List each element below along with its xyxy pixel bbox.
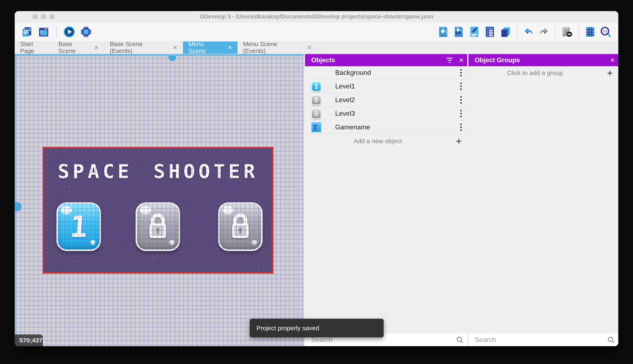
object-menu-icon[interactable]	[455, 95, 467, 105]
window-title: GDevelop 5 - /Users/dkarakay/Documents/G…	[15, 11, 618, 22]
tab-label: Base Scene (Events)	[110, 41, 166, 54]
scene-title-text: SPACE SHOOTER	[44, 160, 272, 183]
undo-icon[interactable]	[522, 25, 535, 38]
tab-label: Start Page	[20, 41, 47, 54]
vertical-scrollbar[interactable]	[15, 54, 16, 346]
object-name: Background	[335, 69, 455, 76]
toast-message: Project properly saved	[256, 324, 319, 332]
level2-button-locked[interactable]	[136, 202, 180, 251]
objects-panel: Objects ✕ Background 1 Level1 Level2	[305, 54, 467, 346]
close-tab-icon[interactable]: ✕	[173, 44, 177, 51]
redo-icon[interactable]	[538, 25, 550, 38]
level1-button[interactable]: 1	[57, 202, 101, 251]
level3-button-locked[interactable]	[218, 202, 262, 251]
scene-editor-canvas[interactable]: SPACE SHOOTER 1	[15, 54, 304, 346]
object-groups-panel-header: Object Groups ✕	[468, 54, 618, 66]
object-thumbnail	[311, 95, 321, 105]
lock-icon	[314, 110, 319, 117]
object-row-level1[interactable]: 1 Level1	[305, 80, 467, 93]
close-objects-panel-icon[interactable]: ✕	[455, 54, 467, 66]
gdevelop-window: GDevelop 5 - /Users/dkarakay/Documents/G…	[15, 11, 618, 346]
objects-panel-header: Objects ✕	[305, 54, 467, 66]
plus-icon[interactable]: +	[450, 136, 467, 147]
toolbar-separator	[517, 25, 517, 39]
object-menu-icon[interactable]	[455, 81, 467, 92]
object-row-level2[interactable]: Level2	[305, 94, 467, 107]
tab-base-scene-events[interactable]: Base Scene (Events) ✕	[104, 42, 183, 54]
object-groups-panel-title: Object Groups	[475, 56, 606, 64]
object-name: Level1	[335, 82, 455, 90]
tab-menu-scene[interactable]: Menu Scene ✕	[183, 42, 238, 54]
search-icon[interactable]	[604, 336, 618, 344]
svg-text:1:1: 1:1	[603, 30, 607, 33]
button-shine	[90, 240, 95, 245]
add-object-label: Add a new object	[305, 138, 450, 145]
close-tab-icon[interactable]: ✕	[94, 44, 99, 51]
add-group-label: Click to add a group	[468, 70, 601, 76]
save-toast: Project properly saved	[250, 319, 384, 337]
toolbar-separator	[555, 25, 556, 39]
titlebar: GDevelop 5 - /Users/dkarakay/Documents/G…	[15, 11, 618, 22]
tab-label: Base Scene	[58, 41, 87, 54]
tab-start-page[interactable]: Start Page	[15, 42, 53, 54]
toolbar-separator	[578, 25, 579, 39]
lock-icon	[314, 97, 319, 103]
objects-panel-title: Objects	[311, 56, 444, 64]
start-page-window-icon[interactable]	[37, 25, 50, 38]
object-row-level3[interactable]: Level3	[305, 107, 467, 120]
object-thumbnail: 1	[311, 81, 321, 92]
object-thumbnail	[311, 68, 321, 78]
object-row-gamename[interactable]: Tx Gamename	[305, 121, 467, 134]
toolbar-separator	[56, 25, 57, 39]
edit-scene-properties-icon[interactable]	[468, 25, 481, 38]
cursor-coordinates: 570;437	[15, 334, 43, 346]
close-tab-icon[interactable]: ✕	[227, 44, 232, 51]
object-row-background[interactable]: Background	[305, 66, 467, 80]
filter-icon[interactable]	[444, 54, 455, 66]
search-icon[interactable]	[453, 336, 467, 344]
add-group-row[interactable]: Click to add a group +	[468, 66, 618, 80]
debug-icon[interactable]	[80, 25, 92, 38]
horizontal-scroll-thumb[interactable]	[169, 56, 176, 61]
object-groups-panel: Object Groups ✕ Click to add a group +	[468, 54, 618, 346]
plus-icon[interactable]: +	[601, 67, 618, 79]
tab-label: Menu Scene	[188, 41, 220, 54]
scene-background-object[interactable]: SPACE SHOOTER 1	[43, 147, 273, 274]
object-name: Gamename	[335, 123, 455, 131]
toolbar: 1:1	[15, 22, 618, 41]
object-thumbnail	[311, 108, 321, 119]
lock-icon	[228, 212, 253, 241]
close-object-groups-panel-icon[interactable]: ✕	[606, 54, 618, 66]
tab-base-scene[interactable]: Base Scene ✕	[53, 42, 104, 54]
add-object-icon[interactable]	[437, 25, 450, 38]
close-tab-icon[interactable]: ✕	[307, 44, 312, 51]
object-menu-icon[interactable]	[455, 68, 467, 78]
lock-icon	[145, 212, 170, 241]
instances-list-icon[interactable]	[484, 25, 496, 38]
groups-search-bar	[468, 333, 618, 346]
tab-menu-scene-events[interactable]: Menu Scene (Events) ✕	[238, 42, 317, 54]
horizontal-scrollbar[interactable]	[15, 54, 304, 56]
vertical-scroll-thumb[interactable]	[15, 202, 22, 211]
play-preview-icon[interactable]	[63, 25, 76, 38]
button-shine	[61, 206, 72, 214]
object-name: Level3	[335, 110, 455, 118]
object-menu-icon[interactable]	[455, 122, 467, 132]
object-thumbnail: Tx	[311, 122, 321, 132]
groups-search-input[interactable]	[475, 336, 604, 344]
edit-object-groups-icon[interactable]	[453, 25, 465, 38]
object-name: Level2	[335, 96, 455, 104]
toggle-window-mask-icon[interactable]	[561, 25, 573, 38]
level1-number: 1	[69, 210, 89, 244]
add-object-row[interactable]: Add a new object +	[305, 134, 467, 148]
zoom-original-icon[interactable]: 1:1	[599, 25, 612, 38]
project-manager-icon[interactable]	[21, 25, 33, 38]
tab-label: Menu Scene (Events)	[243, 41, 300, 54]
object-menu-icon[interactable]	[455, 108, 467, 119]
layers-icon[interactable]	[499, 25, 512, 38]
tab-bar: Start Page Base Scene ✕ Base Scene (Even…	[15, 42, 618, 54]
toggle-grid-icon[interactable]	[584, 25, 596, 38]
